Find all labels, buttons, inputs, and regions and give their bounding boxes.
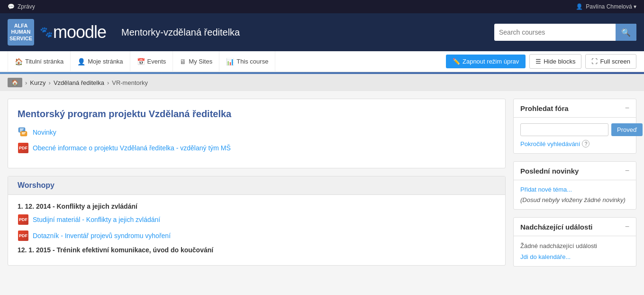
search-button[interactable]: 🔍	[616, 24, 636, 41]
forum-search-input[interactable]	[520, 123, 608, 136]
breadcrumb-kurzy[interactable]: Kurzy	[30, 79, 45, 86]
sidebar: Prohledat fóra − Proveď Pokročilé vyhled…	[513, 99, 636, 274]
events-block-header: Nadcházející události −	[514, 218, 636, 236]
news-block-title: Poslední novinky	[520, 167, 579, 175]
edit-icon: ✏️	[453, 58, 460, 65]
workshop-item-dotaznik: PDF Dotazník - Inventář projevů syndromu…	[18, 230, 496, 241]
main-content: Mentorský program projektu Vzdělaná ředi…	[8, 99, 506, 274]
pdf-icon: PDF	[18, 142, 29, 154]
forum-search-header: Prohledat fóra −	[514, 99, 636, 118]
no-events-message: Žádné nadcházející události	[520, 242, 597, 249]
news-block-content: Přidat nové téma... (Dosud nebyly vložen…	[514, 180, 636, 209]
org-logo: ALFAHUMANSERVICE	[8, 19, 34, 46]
events-block-content: Žádné nadcházející události Jdi do kalen…	[514, 236, 636, 266]
home-icon: 🏠	[15, 58, 23, 65]
obecne-informace-link[interactable]: Obecné informace o projektu Vzdělaná řed…	[33, 144, 231, 152]
collapse-forum-icon[interactable]: −	[625, 104, 629, 112]
workshop-day-1: 1. 12. 2014 - Konflikty a jejich zvládán…	[18, 203, 496, 210]
workshop-day-2: 12. 1. 2015 - Trénink efektivní komunika…	[18, 246, 496, 254]
moodle-logo: 🐾 moodle	[40, 22, 106, 42]
events-block-title: Nadcházející události	[520, 223, 593, 231]
hide-blocks-button[interactable]: ☰ Hide blocks	[529, 54, 581, 69]
workshops-section: Worshopy 1. 12. 2014 - Konflikty a jejic…	[8, 176, 506, 266]
fullscreen-icon: ⛶	[591, 58, 598, 65]
breadcrumb-vzdelana-reditelka[interactable]: Vzdělaná ředitelka	[54, 79, 104, 86]
no-news-message: (Dosud nebyly vloženy žádné novinky)	[520, 196, 626, 203]
dotaznik-link[interactable]: Dotazník - Inventář projevů syndromu vyh…	[33, 232, 171, 240]
breadcrumb-current: VR-mentorky	[112, 79, 148, 86]
course-intro-section: Mentorský program projektu Vzdělaná ředi…	[8, 99, 506, 168]
breadcrumb-home-icon[interactable]: 🏠	[8, 78, 22, 87]
course-title: Mentorský program projektu Vzdělaná ředi…	[18, 109, 496, 120]
top-bar-left: 💬 Zprávy	[8, 3, 35, 10]
course-item-pdf: PDF Obecné informace o projektu Vzdělaná…	[18, 142, 496, 154]
top-bar: 💬 Zprávy 👤 Pavlína Chmelová ▾	[0, 0, 644, 13]
header-left: ALFAHUMANSERVICE 🐾 moodle Mentorky-vzděl…	[8, 19, 240, 46]
forum-search-content: Proveď Pokročilé vyhledávání ?	[514, 118, 636, 153]
help-icon: ?	[582, 140, 590, 148]
forum-search-title: Prohledat fóra	[520, 104, 569, 112]
forum-icon	[18, 127, 29, 138]
user-icon: 👤	[576, 3, 583, 10]
svg-rect-6	[22, 134, 25, 135]
workshop-item-studijni: PDF Studijní materiál - Konflikty a jeji…	[18, 214, 496, 225]
search-box: 🔍	[494, 24, 636, 41]
main-layout: Mentorský program projektu Vzdělaná ředi…	[0, 91, 644, 282]
message-icon: 💬	[8, 3, 15, 10]
workshops-title: Worshopy	[18, 181, 496, 190]
add-topic-link[interactable]: Přidat nové téma...	[520, 186, 629, 193]
calendar-icon: 📅	[137, 58, 145, 65]
forum-search-row: Proveď	[520, 123, 629, 136]
site-header: ALFAHUMANSERVICE 🐾 moodle Mentorky-vzděl…	[0, 13, 644, 51]
workshops-content: 1. 12. 2014 - Konflikty a jejich zvládán…	[8, 195, 505, 265]
messages-link[interactable]: Zprávy	[18, 3, 35, 10]
pdf-icon-2: PDF	[18, 214, 29, 225]
workshops-header: Worshopy	[8, 176, 505, 195]
collapse-news-icon[interactable]: −	[625, 166, 629, 175]
calendar-link[interactable]: Jdi do kalendáře...	[520, 253, 629, 260]
edit-mode-button[interactable]: ✏️ Zapnout režim úprav	[446, 55, 526, 68]
top-bar-right: 👤 Pavlína Chmelová ▾	[576, 3, 636, 10]
nav-moje-stranka[interactable]: 👤 Moje stránka	[71, 51, 130, 72]
svg-rect-5	[22, 132, 26, 133]
svg-rect-2	[20, 130, 23, 131]
advanced-search-link[interactable]: Pokročilé vyhledávání ?	[520, 140, 629, 148]
sites-icon: 🖥	[180, 58, 186, 65]
studijni-material-link[interactable]: Studijní materiál - Konflikty a jejich z…	[33, 216, 160, 223]
nav-events[interactable]: 📅 Events	[130, 51, 173, 72]
nav-titulni-stranka[interactable]: 🏠 Titulní stránka	[8, 51, 71, 72]
moodle-paw-icon: 🐾	[40, 26, 52, 38]
fullscreen-button[interactable]: ⛶ Full screen	[585, 54, 636, 69]
forum-search-button[interactable]: Proveď	[611, 123, 643, 136]
breadcrumb: 🏠 › Kurzy › Vzdělaná ředitelka › VR-ment…	[0, 74, 644, 91]
collapse-events-icon[interactable]: −	[625, 222, 629, 231]
search-input[interactable]	[494, 26, 616, 39]
svg-rect-1	[20, 129, 24, 129]
user-menu[interactable]: Pavlína Chmelová ▾	[586, 3, 636, 10]
list-icon: ☰	[535, 58, 541, 65]
user-icon: 👤	[77, 58, 85, 65]
pdf-icon-3: PDF	[18, 230, 29, 241]
course-item-forum: Novinky	[18, 127, 496, 138]
novinky-link[interactable]: Novinky	[33, 129, 56, 136]
forum-search-block: Prohledat fóra − Proveď Pokročilé vyhled…	[513, 99, 636, 154]
forum-svg-icon	[18, 127, 28, 138]
news-block: Poslední novinky − Přidat nové téma... (…	[513, 161, 636, 210]
news-block-header: Poslední novinky −	[514, 162, 636, 180]
navbar-right: ✏️ Zapnout režim úprav ☰ Hide blocks ⛶ F…	[446, 54, 636, 69]
nav-my-sites[interactable]: 🖥 My Sites	[173, 51, 219, 72]
site-title: Mentorky-vzdělaná ředitelka	[121, 27, 240, 38]
chart-icon: 📊	[226, 58, 234, 65]
navbar: 🏠 Titulní stránka 👤 Moje stránka 📅 Event…	[0, 51, 644, 72]
nav-this-course[interactable]: 📊 This course	[219, 51, 275, 72]
events-block: Nadcházející události − Žádné nadcházejí…	[513, 217, 636, 267]
navbar-left: 🏠 Titulní stránka 👤 Moje stránka 📅 Event…	[8, 51, 275, 72]
